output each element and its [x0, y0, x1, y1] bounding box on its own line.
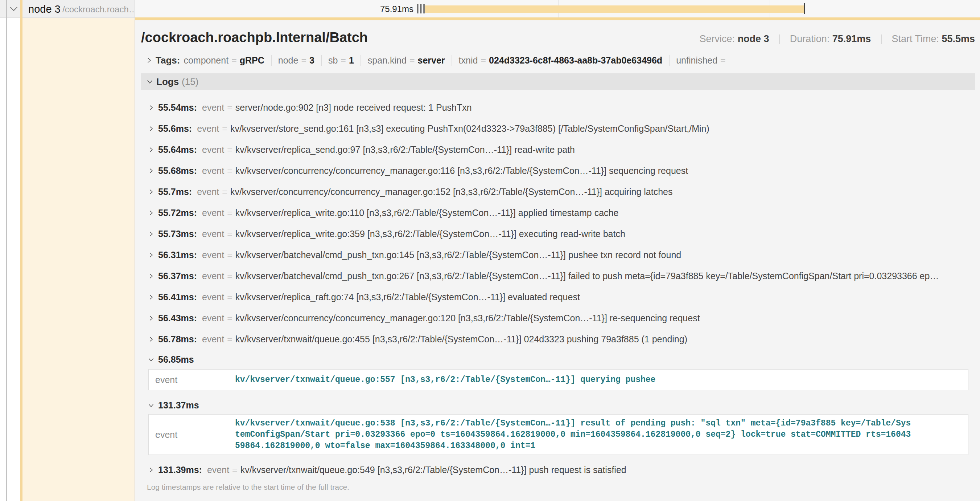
tag-equals: =: [340, 55, 346, 65]
tag-key: unfinished: [676, 55, 718, 65]
log-row[interactable]: 55.73ms:event=kv/kvserver/replica_write.…: [141, 223, 975, 244]
log-field-equals: =: [227, 250, 232, 260]
log-chevron-right-icon[interactable]: [148, 273, 154, 279]
left-gutter-line: [2, 0, 2, 501]
log-chevron-right-icon[interactable]: [148, 210, 154, 215]
log-marker-end: [804, 3, 805, 14]
log-row[interactable]: 55.72ms:event=kv/kvserver/replica_write.…: [141, 202, 975, 223]
log-chevron-right-icon[interactable]: [148, 467, 154, 473]
tree-gutter-line: [6, 0, 7, 501]
log-fields-table: eventkv/kvserver/txnwait/queue.go:538 [n…: [148, 414, 968, 455]
log-field-equals: =: [227, 102, 232, 113]
logs-accordion-header[interactable]: Logs (15): [141, 73, 975, 90]
log-row[interactable]: 55.68ms:event=kv/kvserver/concurrency/co…: [141, 160, 975, 181]
span-detail-meta: Service: node 3 Duration: 75.91ms Start …: [700, 34, 975, 45]
tag-equals: =: [720, 55, 726, 65]
log-field-key: event: [202, 207, 224, 218]
log-row[interactable]: 131.39ms:event=kv/kvserver/txnwait/queue…: [141, 459, 975, 480]
log-marker-ticks: [417, 4, 426, 13]
log-field-equals: =: [227, 292, 232, 302]
tags-accordion-header[interactable]: Tags: component=gRPCnode=3sb=1span.kind=…: [141, 54, 975, 67]
span-timeline[interactable]: 75.91ms: [135, 0, 980, 18]
log-chevron-right-icon[interactable]: [148, 294, 154, 300]
column-divider[interactable]: [135, 0, 135, 501]
tag-equals: =: [480, 55, 486, 65]
service-value: node 3: [738, 34, 769, 44]
tag-item: node=3: [271, 55, 315, 66]
collapse-chevron-down-icon[interactable]: [10, 6, 18, 13]
log-row[interactable]: 55.64ms:event=kv/kvserver/replica_send.g…: [141, 139, 975, 160]
log-rows-list: 55.54ms:event=server/node.go:902 [n3] no…: [141, 97, 975, 480]
logs-title: Logs: [156, 76, 179, 88]
log-chevron-right-icon[interactable]: [148, 168, 154, 174]
trace-view: node 3 /cockroach.roach… 75.91ms /cockro…: [0, 0, 980, 501]
tag-value: 3: [309, 55, 315, 65]
start-time-label: Start Time:: [891, 34, 939, 44]
log-timestamp: 131.37ms: [158, 400, 199, 411]
log-row[interactable]: 55.6ms:event=kv/kvserver/store_send.go:1…: [141, 118, 975, 139]
log-timestamp: 56.41ms:: [158, 292, 197, 302]
span-row[interactable]: node 3 /cockroach.roach… 75.91ms: [0, 0, 980, 18]
log-field-value-line: kv/kvserver/txnwait/queue.go:557 [n3,s3,…: [235, 374, 959, 386]
tag-equals: =: [231, 55, 237, 65]
log-field-key: event: [197, 123, 219, 134]
log-chevron-right-icon[interactable]: [148, 147, 154, 153]
tag-equals: =: [301, 55, 307, 65]
log-chevron-right-icon[interactable]: [148, 316, 154, 321]
log-field-equals: =: [222, 187, 228, 197]
span-duration-label: 75.91ms: [135, 4, 414, 14]
log-chevron-right-icon[interactable]: [148, 126, 154, 131]
log-row[interactable]: 56.43ms:event=kv/kvserver/concurrency/co…: [141, 308, 975, 329]
log-chevron-right-icon[interactable]: [148, 337, 154, 342]
timeline-gridline: [347, 0, 347, 18]
span-name-column-highlight: [22, 18, 135, 501]
tag-key: sb: [328, 55, 338, 65]
log-field-equals: =: [227, 334, 232, 345]
log-chevron-right-icon[interactable]: [148, 105, 154, 110]
log-chevron-down-icon[interactable]: [148, 403, 154, 408]
log-row[interactable]: 56.37ms:event=kv/kvserver/batcheval/cmd_…: [141, 265, 975, 286]
tags-chevron-right-icon[interactable]: [146, 57, 152, 63]
log-field-key: event: [149, 429, 235, 440]
log-row[interactable]: 55.7ms:event=kv/kvserver/concurrency/con…: [141, 181, 975, 202]
log-timestamp: 56.37ms:: [158, 271, 197, 281]
log-timestamp: 56.85ms: [158, 354, 194, 365]
log-chevron-down-icon[interactable]: [148, 357, 154, 362]
tag-value: gRPC: [240, 55, 264, 65]
tag-item: txnid=024d3323-6c8f-4863-aa8b-37ab0e6349…: [452, 55, 663, 66]
log-field-equals: =: [227, 145, 232, 155]
log-field-equals: =: [227, 229, 232, 239]
log-row[interactable]: 56.41ms:event=kv/kvserver/replica_raft.g…: [141, 286, 975, 308]
log-field-key: event: [202, 229, 224, 239]
log-field-value: kv/kvserver/batcheval/cmd_push_txn.go:14…: [235, 250, 681, 260]
meta-separator: [881, 35, 882, 44]
log-field-equals: =: [227, 166, 232, 176]
log-field-value: kv/kvserver/replica_write.go:110 [n3,s3,…: [235, 207, 619, 218]
meta-separator: [779, 35, 780, 44]
log-field-value-line: 59864.162819000,0 wto=false max=16043598…: [235, 440, 959, 452]
log-chevron-right-icon[interactable]: [148, 189, 154, 195]
log-fields-table: eventkv/kvserver/txnwait/queue.go:557 [n…: [148, 369, 968, 390]
span-duration-bar[interactable]: [425, 5, 805, 13]
tag-value: 024d3323-6c8f-4863-aa8b-37ab0e63496d: [489, 55, 662, 65]
log-row[interactable]: 55.54ms:event=server/node.go:902 [n3] no…: [141, 97, 975, 118]
span-service-name: node 3: [28, 3, 60, 15]
log-row-expanded-header[interactable]: 56.85ms: [141, 349, 975, 369]
logs-footer-note: Log timestamps are relative to the start…: [141, 482, 975, 498]
log-row[interactable]: 56.78ms:event=kv/kvserver/txnwait/queue.…: [141, 329, 975, 349]
log-timestamp: 56.31ms:: [158, 250, 197, 260]
log-field-value: kv/kvserver/txnwait/queue.go:455 [n3,s3,…: [235, 334, 687, 345]
logs-chevron-down-icon[interactable]: [147, 79, 153, 85]
log-field-key: event: [207, 465, 229, 475]
log-chevron-right-icon[interactable]: [148, 231, 154, 237]
tag-item: component=gRPC: [183, 55, 264, 66]
log-field-value: kv/kvserver/txnwait/queue.go:538 [n3,s3,…: [235, 418, 968, 452]
log-row-expanded-header[interactable]: 131.37ms: [141, 396, 975, 414]
log-field-equals: =: [227, 271, 232, 281]
tag-value: 1: [349, 55, 354, 65]
log-field-value-line: temConfigSpan/Start pri=0.03293366 epo=0…: [235, 429, 959, 440]
log-chevron-right-icon[interactable]: [148, 252, 154, 258]
tag-item: unfinished=: [669, 55, 729, 66]
log-row[interactable]: 56.31ms:event=kv/kvserver/batcheval/cmd_…: [141, 244, 975, 265]
log-timestamp: 55.7ms:: [158, 187, 192, 197]
